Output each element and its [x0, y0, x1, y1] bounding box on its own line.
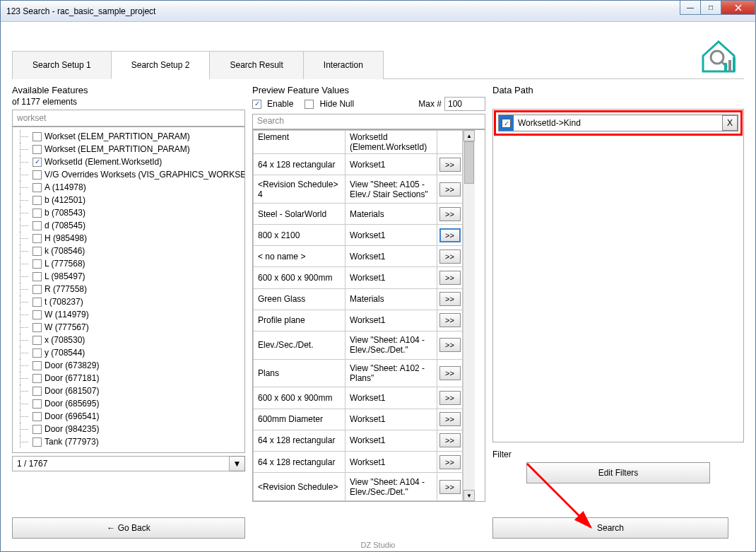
maximize-button[interactable]: □	[700, 1, 721, 15]
tree-item[interactable]: WorksetId (Element.WorksetId)	[13, 155, 245, 168]
table-row[interactable]: <Revision Schedule>View "Sheet: A104 - E…	[254, 473, 463, 501]
tree-checkbox[interactable]	[33, 145, 42, 154]
table-row[interactable]: Elev./Sec./Det.View "Sheet: A104 - Elev.…	[254, 331, 463, 359]
tree-checkbox[interactable]	[33, 209, 42, 218]
minimize-button[interactable]: —	[680, 1, 701, 15]
tree-checkbox[interactable]	[33, 412, 42, 421]
tree-item[interactable]: Workset (ELEM_PARTITION_PARAM)	[13, 130, 245, 143]
tree-checkbox[interactable]	[33, 247, 42, 256]
table-row[interactable]: <Revision Schedule> 4View "Sheet: A105 -…	[254, 175, 463, 204]
table-row[interactable]: 64 x 128 rectangularWorkset1>>	[254, 451, 463, 472]
expand-button[interactable]: >>	[439, 249, 461, 264]
expand-button[interactable]: >>	[439, 433, 461, 447]
table-row[interactable]: 600 x 600 x 900mmWorkset1>>	[254, 267, 463, 288]
edit-filters-button[interactable]: Edit Filters	[526, 462, 710, 483]
tree-checkbox[interactable]	[33, 234, 42, 243]
tree-checkbox[interactable]	[33, 183, 42, 192]
tree-item[interactable]: R (777558)	[13, 283, 245, 295]
tree-checkbox[interactable]	[33, 425, 42, 434]
table-row[interactable]: 600mm DiameterWorkset1>>	[254, 409, 463, 430]
enable-checkbox[interactable]: Enable	[252, 99, 293, 109]
tab-search-setup-1[interactable]: Search Setup 1	[12, 51, 112, 79]
tree-item[interactable]: Door (984235)	[13, 423, 245, 435]
hide-null-checkbox[interactable]: Hide Null	[305, 99, 354, 109]
tree-checkbox[interactable]	[33, 336, 42, 345]
tree-item[interactable]: Workset (ELEM_PARTITION_PARAM)	[13, 143, 245, 155]
table-row[interactable]: PlansView "Sheet: A102 - Plans">>	[254, 359, 463, 387]
table-row[interactable]: Green GlassMaterials>>	[254, 288, 463, 310]
tree-checkbox[interactable]	[33, 298, 42, 307]
table-row[interactable]: Profile planeWorkset1>>	[254, 310, 463, 331]
tree-checkbox[interactable]	[33, 387, 42, 396]
go-back-button[interactable]: ← Go Back	[12, 517, 245, 539]
tree-checkbox[interactable]	[33, 170, 42, 180]
table-row[interactable]: 800 x 2100Workset1>>	[254, 225, 463, 246]
tree-checkbox[interactable]	[33, 374, 42, 383]
feature-filter-input[interactable]	[12, 110, 245, 127]
tree-item[interactable]: L (985497)	[13, 270, 245, 283]
tree-item[interactable]: b (412501)	[13, 194, 245, 206]
expand-button[interactable]: >>	[439, 338, 461, 352]
tree-item[interactable]: b (708543)	[13, 206, 245, 219]
tree-item[interactable]: Door (696541)	[13, 410, 245, 423]
tree-item[interactable]: k (708546)	[13, 245, 245, 257]
tab-search-setup-2[interactable]: Search Setup 2	[111, 51, 211, 79]
tree-item[interactable]: y (708544)	[13, 346, 245, 359]
table-row[interactable]: Steel - SolarWorldMaterials>>	[254, 203, 463, 224]
tree-item[interactable]: Door (685695)	[13, 397, 245, 410]
expand-button[interactable]: >>	[439, 480, 461, 494]
tree-checkbox[interactable]	[33, 196, 42, 205]
expand-button[interactable]: >>	[439, 292, 461, 306]
tree-checkbox[interactable]	[33, 132, 42, 141]
expand-button[interactable]: >>	[439, 158, 461, 172]
tree-item[interactable]: t (708237)	[13, 295, 245, 308]
expand-button[interactable]: >>	[439, 182, 461, 196]
data-path-remove-button[interactable]: X	[722, 115, 738, 131]
expand-button[interactable]: >>	[439, 228, 461, 242]
table-row[interactable]: 64 x 128 rectangularWorkset1>>	[254, 154, 463, 175]
tree-checkbox[interactable]	[33, 259, 42, 269]
tab-search-result[interactable]: Search Result	[209, 51, 303, 79]
col-worksetid[interactable]: WorksetId(Element.WorksetId)	[345, 131, 437, 154]
tree-checkbox[interactable]	[33, 399, 42, 409]
expand-button[interactable]: >>	[439, 207, 461, 221]
tree-checkbox[interactable]	[33, 158, 42, 167]
tab-interaction[interactable]: Interaction	[303, 51, 384, 79]
tree-checkbox[interactable]	[33, 221, 42, 230]
tree-item[interactable]: V/G Overrides Worksets (VIS_GRAPHICS_WOR…	[13, 168, 245, 181]
tree-item[interactable]: Door (681507)	[13, 384, 245, 397]
tree-checkbox[interactable]	[33, 323, 42, 332]
data-path-row[interactable]: WorksetId->Kind X	[498, 114, 738, 131]
expand-button[interactable]: >>	[439, 313, 461, 327]
col-element[interactable]: Element	[254, 131, 345, 154]
preview-search-input[interactable]: Search	[252, 114, 485, 129]
tree-item[interactable]: Tank (777973)	[13, 435, 245, 448]
table-row[interactable]: < no name >Workset1>>	[254, 246, 463, 267]
tree-item[interactable]: Door (673829)	[13, 359, 245, 372]
tree-item[interactable]: d (708545)	[13, 219, 245, 232]
data-path-checkbox[interactable]	[502, 119, 511, 128]
tree-item[interactable]: L (777568)	[13, 257, 245, 270]
max-input[interactable]	[444, 97, 485, 111]
expand-button[interactable]: >>	[439, 412, 461, 426]
expand-button[interactable]: >>	[439, 391, 461, 405]
tree-checkbox[interactable]	[33, 438, 42, 447]
tree-checkbox[interactable]	[33, 348, 42, 358]
tree-item[interactable]: A (114978)	[13, 181, 245, 194]
pager-dropdown[interactable]: ▼	[230, 456, 245, 471]
tree-item[interactable]: W (777567)	[13, 321, 245, 334]
tree-item[interactable]: W (114979)	[13, 308, 245, 321]
table-row[interactable]: 64 x 128 rectangularWorkset1>>	[254, 430, 463, 451]
tree-item[interactable]: x (708530)	[13, 334, 245, 346]
feature-tree[interactable]: Workset (ELEM_PARTITION_PARAM)Workset (E…	[12, 127, 245, 453]
tree-item[interactable]: H (985498)	[13, 232, 245, 245]
tree-checkbox[interactable]	[33, 361, 42, 370]
table-row[interactable]: 600 x 600 x 900mmWorkset1>>	[254, 387, 463, 409]
expand-button[interactable]: >>	[439, 271, 461, 285]
close-button[interactable]	[721, 1, 755, 15]
tree-item[interactable]: Door (677181)	[13, 372, 245, 384]
expand-button[interactable]: >>	[439, 366, 461, 380]
tree-checkbox[interactable]	[33, 272, 42, 281]
preview-scrollbar[interactable]: ▲ ▼	[463, 130, 475, 501]
expand-button[interactable]: >>	[439, 455, 461, 469]
